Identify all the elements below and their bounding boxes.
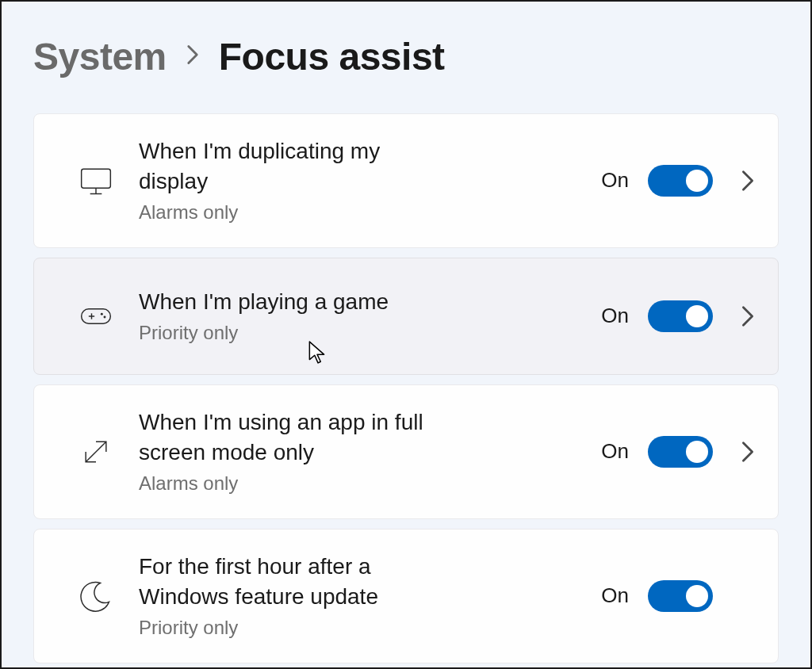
toggle-state-label: On xyxy=(601,439,629,464)
svg-rect-3 xyxy=(82,309,111,323)
setting-text: When I'm using an app in full screen mod… xyxy=(139,407,579,496)
breadcrumb-current: Focus assist xyxy=(219,35,445,78)
setting-title: When I'm duplicating my display xyxy=(139,136,448,197)
toggle-switch[interactable] xyxy=(648,300,713,332)
setting-controls: On xyxy=(601,580,757,612)
setting-title: For the first hour after a Windows featu… xyxy=(139,552,448,612)
monitor-icon xyxy=(75,160,117,201)
setting-text: For the first hour after a Windows featu… xyxy=(139,552,579,640)
setting-title: When I'm using an app in full screen mod… xyxy=(139,407,448,468)
toggle-state-label: On xyxy=(601,583,629,608)
toggle-switch[interactable] xyxy=(648,436,713,468)
toggle-switch[interactable] xyxy=(648,165,713,197)
svg-line-8 xyxy=(86,442,106,462)
setting-windows-update[interactable]: For the first hour after a Windows featu… xyxy=(33,529,779,663)
expand-chevron-icon[interactable] xyxy=(738,442,757,461)
setting-playing-game[interactable]: When I'm playing a game Priority only On xyxy=(33,258,779,375)
toggle-state-label: On xyxy=(601,168,629,193)
chevron-right-icon xyxy=(186,42,200,71)
setting-subtitle: Priority only xyxy=(139,615,579,640)
setting-subtitle: Alarms only xyxy=(139,471,579,496)
setting-subtitle: Alarms only xyxy=(139,200,579,225)
svg-rect-0 xyxy=(82,169,111,188)
setting-fullscreen-app[interactable]: When I'm using an app in full screen mod… xyxy=(33,384,779,519)
toggle-state-label: On xyxy=(601,304,629,328)
expand-chevron-icon[interactable] xyxy=(738,307,757,326)
expand-chevron-icon[interactable] xyxy=(738,171,757,190)
setting-text: When I'm playing a game Priority only xyxy=(139,287,579,346)
gamepad-icon xyxy=(75,296,117,337)
settings-list: When I'm duplicating my display Alarms o… xyxy=(33,113,796,663)
setting-controls: On xyxy=(601,300,757,332)
setting-subtitle: Priority only xyxy=(139,320,579,346)
breadcrumb: System Focus assist xyxy=(33,35,796,78)
setting-text: When I'm duplicating my display Alarms o… xyxy=(139,136,579,225)
setting-controls: On xyxy=(601,436,757,468)
setting-controls: On xyxy=(601,165,757,197)
svg-point-7 xyxy=(104,315,106,318)
setting-duplicating-display[interactable]: When I'm duplicating my display Alarms o… xyxy=(33,113,779,248)
setting-title: When I'm playing a game xyxy=(139,287,448,317)
moon-icon xyxy=(75,575,117,617)
svg-point-6 xyxy=(101,313,103,315)
expand-arrows-icon xyxy=(75,431,117,472)
breadcrumb-parent[interactable]: System xyxy=(33,35,167,78)
toggle-switch[interactable] xyxy=(648,580,713,612)
